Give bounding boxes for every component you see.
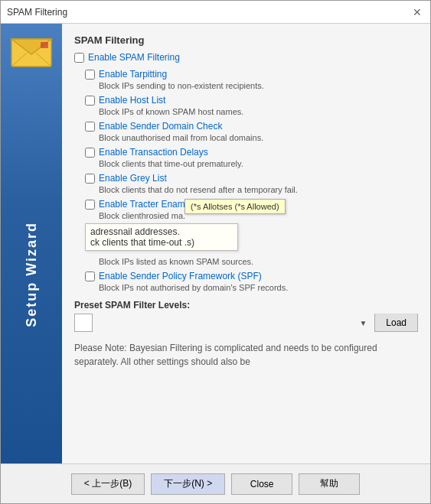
master-checkbox[interactable]	[74, 53, 84, 63]
desc-tarpitting: Block IPs sending to non-existent recipi…	[99, 81, 418, 90]
checkbox-grey-list[interactable]	[85, 174, 95, 184]
checkbox-tarpitting[interactable]	[85, 70, 95, 80]
preset-select[interactable]	[74, 314, 93, 332]
desc-transaction-delays-1: Block clients that time-out prematurely.	[99, 159, 418, 168]
desc-tracter: Block clienthrosied ma.	[99, 211, 418, 220]
sidebar: Setup Wizard	[1, 24, 62, 463]
sidebar-label: Setup Wizard	[24, 222, 40, 327]
label-tarpitting[interactable]: Enable Tarpitting	[99, 69, 167, 80]
main-panel: SPAM Filtering Enable SPAM Filtering Ena…	[62, 24, 430, 463]
spam-filtering-window: SPAM Filtering ✕ Setup Wizard	[0, 0, 431, 504]
label-transaction-delays-1[interactable]: Enable Transaction Delays	[99, 147, 208, 158]
preset-section: Preset SPAM Filter Levels: ▼ Load	[74, 300, 418, 332]
option-spf: Enable Sender Policy Framework (SPF) Blo…	[85, 271, 418, 292]
note-area: Please Note: Bayesian Filtering is compl…	[74, 341, 418, 369]
checkbox-tracter[interactable]	[85, 200, 95, 210]
checkbox-transaction-delays-1[interactable]	[85, 148, 95, 158]
label-hostlist[interactable]: Enable Host List	[99, 95, 165, 106]
preset-controls: ▼ Load	[74, 314, 418, 332]
option-tarpitting: Enable Tarpitting Block IPs sending to n…	[85, 69, 418, 90]
master-checkbox-row: Enable SPAM Filtering	[74, 52, 418, 63]
overlay-line2: ck clients that time-out .s)	[90, 237, 233, 248]
footer: < 上一步(B) 下一步(N) > Close 幫助	[1, 463, 430, 503]
envelope-icon	[10, 34, 53, 68]
select-wrapper: ▼	[74, 314, 370, 332]
desc-grey-list: Block clients that do not resend after a…	[99, 185, 418, 194]
transaction-overlay: adressnail addresses. ck clients that ti…	[85, 223, 238, 251]
option-transaction-delays-1: Enable Transaction Delays Block clients …	[85, 147, 418, 168]
title-bar: SPAM Filtering ✕	[1, 1, 430, 24]
desc-hostlist: Block IPs of known SPAM host names.	[99, 107, 418, 116]
label-spf[interactable]: Enable Sender Policy Framework (SPF)	[99, 271, 262, 281]
window-title: SPAM Filtering	[7, 7, 67, 18]
preset-label: Preset SPAM Filter Levels:	[74, 300, 418, 311]
section-title: SPAM Filtering	[74, 34, 418, 46]
svg-rect-2	[41, 42, 48, 48]
help-button[interactable]: 幫助	[299, 473, 360, 495]
back-button[interactable]: < 上一步(B)	[71, 473, 145, 495]
option-sender-domain: Enable Sender Domain Check Block unautho…	[85, 121, 418, 142]
overlay-line1: adressnail addresses.	[90, 226, 233, 237]
master-checkbox-label[interactable]: Enable SPAM Filtering	[88, 52, 180, 63]
close-button[interactable]: ✕	[410, 5, 424, 19]
checkbox-sender-domain[interactable]	[85, 122, 95, 132]
option-hostlist: Enable Host List Block IPs of known SPAM…	[85, 95, 418, 116]
load-button[interactable]: Load	[374, 314, 418, 332]
label-grey-list[interactable]: Enable Grey List	[99, 173, 167, 184]
option-tracter: Enable Tracter Enamain (*s Allotses (*s …	[85, 199, 418, 220]
checkbox-spf[interactable]	[85, 272, 95, 281]
option-grey-list: Enable Grey List Block clients that do n…	[85, 173, 418, 194]
desc-transaction-delays-2: Block IPs listed as known SPAM sources.	[99, 257, 418, 266]
desc-sender-domain: Block unauthorised mail from local domai…	[99, 133, 418, 142]
next-button[interactable]: 下一步(N) >	[151, 473, 225, 495]
footer-close-button[interactable]: Close	[231, 473, 292, 495]
label-sender-domain[interactable]: Enable Sender Domain Check	[99, 121, 222, 132]
desc-spf: Block IPs not authorised by domain's SPF…	[99, 283, 418, 292]
note-text: Please Note: Bayesian Filtering is compl…	[74, 343, 377, 367]
option-transaction-delays-2: Enable Transaction Delays adressnail add…	[85, 225, 418, 266]
content-area: Setup Wizard SPAM Filtering Enable SPAM …	[1, 24, 430, 463]
select-arrow-icon: ▼	[359, 319, 367, 327]
checkbox-hostlist[interactable]	[85, 96, 95, 106]
label-tracter[interactable]: Enable Tracter Enamain	[99, 199, 198, 210]
